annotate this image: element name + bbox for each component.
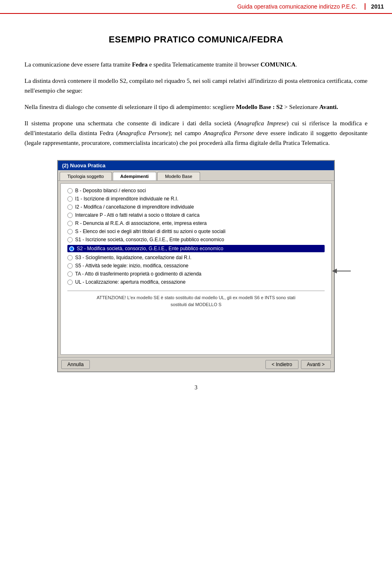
radio-s3[interactable]	[67, 255, 73, 260]
radio-i1-label: I1 - Iscrizione di imprenditore individu…	[75, 196, 178, 202]
main-content: ESEMPIO PRATICO COMUNICA/FEDRA La comuni…	[0, 14, 392, 416]
radio-ta[interactable]	[67, 271, 73, 277]
radio-r-label: R - Denuncia al R.E.A. di associazione, …	[75, 220, 207, 226]
radio-s[interactable]	[67, 229, 73, 234]
warning-text: ATTENZIONE! L'ex modello SE è stato sost…	[97, 295, 296, 307]
radio-i2[interactable]	[67, 204, 73, 210]
dialog-body-container: B - Deposito bilanci / elenco soci I1 - …	[58, 183, 334, 355]
radio-item-ul[interactable]: UL - Localizzazione: apertura modifica, …	[67, 279, 325, 285]
annulla-button[interactable]: Annulla	[61, 360, 90, 369]
page-number: 3	[24, 384, 368, 399]
radio-b-label: B - Deposito bilanci / elenco soci	[75, 188, 146, 193]
radio-s1[interactable]	[67, 237, 73, 242]
radio-item-i1[interactable]: I1 - Iscrizione di imprenditore individu…	[67, 196, 325, 202]
radio-ta-label: TA - Atto di trasferimento proprietà o g…	[75, 271, 201, 277]
tab-tipologia[interactable]: Tipologia soggetto	[60, 172, 112, 180]
header-year: 2011	[365, 3, 384, 10]
radio-item-i2[interactable]: I2 - Modifica / cancellazione di imprend…	[67, 204, 325, 210]
s2-arrow-annotation	[332, 265, 353, 278]
tab-modello-base[interactable]: Modello Base	[157, 172, 200, 180]
radio-s-label: S - Elenco dei soci e degli altri titola…	[75, 229, 225, 234]
radio-intercalare-label: Intercalare P - Atti o fatti relativi a …	[75, 212, 200, 218]
dialog-warning: ATTENZIONE! L'ex modello SE è stato sost…	[67, 291, 325, 308]
radio-item-r[interactable]: R - Denuncia al R.E.A. di associazione, …	[67, 220, 325, 226]
radio-ul-label: UL - Localizzazione: apertura modifica, …	[75, 279, 185, 285]
radio-item-s[interactable]: S - Elenco dei soci e degli altri titola…	[67, 229, 325, 234]
tab-adempimenti[interactable]: Adempimenti	[113, 172, 157, 180]
dialog-titlebar: (2) Nuova Pratica	[58, 161, 334, 170]
page-header: Guida operativa comunicazione indirizzo …	[0, 0, 392, 14]
radio-ul[interactable]	[67, 280, 73, 285]
radio-item-intercalare[interactable]: Intercalare P - Atti o fatti relativi a …	[67, 212, 325, 218]
radio-item-ta[interactable]: TA - Atto di trasferimento proprietà o g…	[67, 271, 325, 277]
radio-item-s2[interactable]: S2 - Modifica società, consorzio, G.E.I.…	[67, 245, 325, 252]
radio-i1[interactable]	[67, 196, 73, 202]
radio-r[interactable]	[67, 221, 73, 226]
radio-s2[interactable]	[69, 246, 74, 251]
section-title: ESEMPIO PRATICO COMUNICA/FEDRA	[24, 34, 368, 45]
dialog-footer: Annulla < Indietro Avanti >	[58, 357, 334, 371]
radio-s2-label: S2 - Modifica società, consorzio, G.E.I.…	[77, 246, 223, 251]
header-title: Guida operativa comunicazione indirizzo …	[237, 3, 357, 10]
radio-i2-label: I2 - Modifica / cancellazione di imprend…	[75, 204, 194, 210]
radio-s5[interactable]	[67, 263, 73, 269]
dialog-tabs: Tipologia soggetto Adempimenti Modello B…	[58, 170, 334, 181]
radio-item-s1[interactable]: S1 - Iscrizione società, consorzio, G.E.…	[67, 237, 325, 242]
dialog-title: (2) Nuova Pratica	[62, 162, 105, 169]
avanti-button[interactable]: Avanti >	[301, 360, 331, 369]
radio-s1-label: S1 - Iscrizione società, consorzio, G.E.…	[75, 237, 224, 242]
paragraph4: Il sistema propone una schermata che con…	[24, 118, 368, 148]
radio-item-s5[interactable]: S5 - Attività sede legale: inizio, modif…	[67, 263, 325, 269]
indietro-button[interactable]: < Indietro	[265, 360, 298, 369]
dialog-box: (2) Nuova Pratica Tipologia soggetto Ade…	[57, 160, 335, 372]
btn-group-right: < Indietro Avanti >	[265, 360, 331, 369]
radio-item-b[interactable]: B - Deposito bilanci / elenco soci	[67, 188, 325, 193]
radio-s3-label: S3 - Scioglimento, liquidazione, cancell…	[75, 255, 192, 260]
paragraph2: La distinta dovrà contenere il modello S…	[24, 76, 368, 96]
radio-s5-label: S5 - Attività sede legale: inizio, modif…	[75, 263, 188, 269]
dialog-body: B - Deposito bilanci / elenco soci I1 - …	[60, 183, 332, 355]
dialog-wrapper: (2) Nuova Pratica Tipologia soggetto Ade…	[57, 160, 335, 372]
radio-intercalare[interactable]	[67, 213, 73, 218]
radio-item-s3[interactable]: S3 - Scioglimento, liquidazione, cancell…	[67, 255, 325, 260]
paragraph1: La comunicazione deve essere fatta trami…	[24, 60, 368, 69]
arrow-icon	[332, 265, 353, 277]
radio-b[interactable]	[67, 188, 73, 193]
paragraph3: Nella finestra di dialogo che consente d…	[24, 102, 368, 112]
